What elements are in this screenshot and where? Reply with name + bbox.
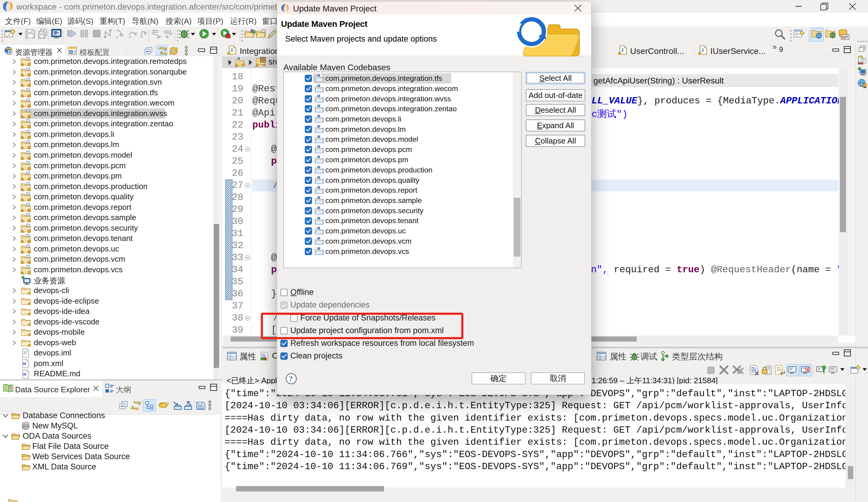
svg-text:M: M: [317, 125, 320, 129]
svg-text:M: M: [317, 216, 320, 221]
svg-text:M: M: [317, 135, 320, 139]
svg-text:?: ?: [289, 375, 293, 383]
svg-text:M: M: [317, 247, 320, 251]
svg-text:M: M: [317, 84, 320, 88]
svg-text:J: J: [701, 47, 704, 53]
svg-text:M: M: [317, 94, 320, 98]
svg-text:J: J: [230, 47, 233, 53]
svg-text:M: M: [317, 104, 320, 108]
svg-text:M: M: [317, 165, 320, 170]
svg-text:M: M: [317, 237, 320, 240]
svg-text:M: M: [317, 155, 320, 159]
svg-text:M: M: [317, 115, 320, 119]
svg-text:J: J: [621, 47, 624, 53]
svg-text:GIT: GIT: [842, 35, 848, 40]
svg-text:M: M: [317, 206, 320, 210]
svg-text:M: M: [23, 361, 26, 366]
svg-text:M: M: [317, 74, 320, 78]
svg-text:M: M: [317, 196, 320, 200]
svg-text:M: M: [317, 186, 320, 189]
svg-text:W: W: [23, 372, 27, 377]
svg-text:M: M: [317, 226, 320, 230]
svg-text:M: M: [317, 176, 320, 180]
svg-text:M: M: [317, 145, 320, 149]
